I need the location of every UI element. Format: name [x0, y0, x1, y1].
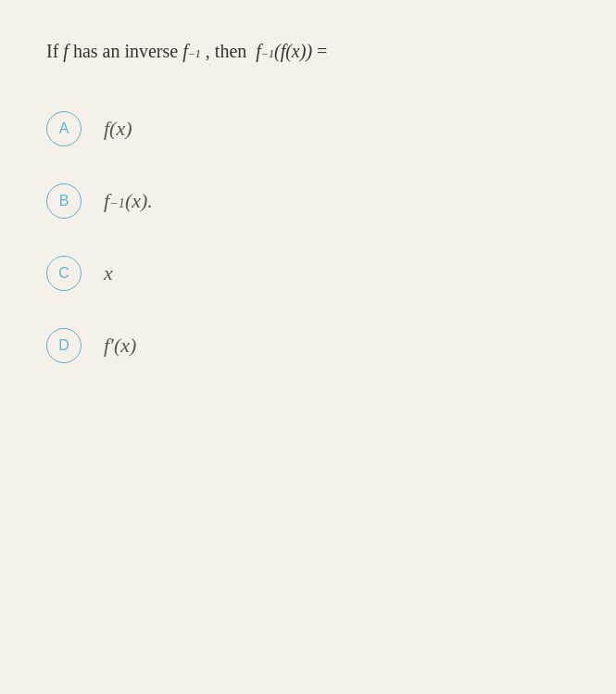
question-comma: ,: [206, 41, 210, 61]
options-container: A f(x) B f−1(x). C x D f′(x): [46, 111, 570, 363]
option-d-label: D: [58, 337, 69, 354]
question-then: then: [215, 41, 251, 61]
option-b[interactable]: B f−1(x).: [46, 183, 570, 219]
option-a-label: A: [59, 120, 69, 137]
option-c-label: C: [58, 265, 69, 282]
option-c-circle: C: [46, 256, 82, 291]
option-c[interactable]: C x: [46, 256, 570, 291]
option-a[interactable]: A f(x): [46, 111, 570, 146]
question-prefix: If: [46, 41, 63, 61]
question-middle: has an inverse: [73, 41, 182, 61]
option-a-content: f(x): [104, 117, 132, 141]
option-b-circle: B: [46, 183, 82, 219]
option-c-content: x: [104, 261, 113, 285]
question-finv: f−1: [182, 37, 201, 65]
option-b-label: B: [59, 193, 69, 209]
question-expr: f−1(f(x)): [251, 37, 312, 65]
question-equals: =: [317, 41, 327, 61]
option-a-circle: A: [46, 111, 82, 146]
option-d-content: f′(x): [104, 334, 136, 358]
question-f: f: [63, 41, 69, 61]
option-d[interactable]: D f′(x): [46, 328, 570, 363]
option-d-circle: D: [46, 328, 82, 363]
question-text: If f has an inverse f−1 , then f−1(f(x))…: [46, 37, 570, 65]
option-b-content: f−1(x).: [104, 189, 153, 213]
